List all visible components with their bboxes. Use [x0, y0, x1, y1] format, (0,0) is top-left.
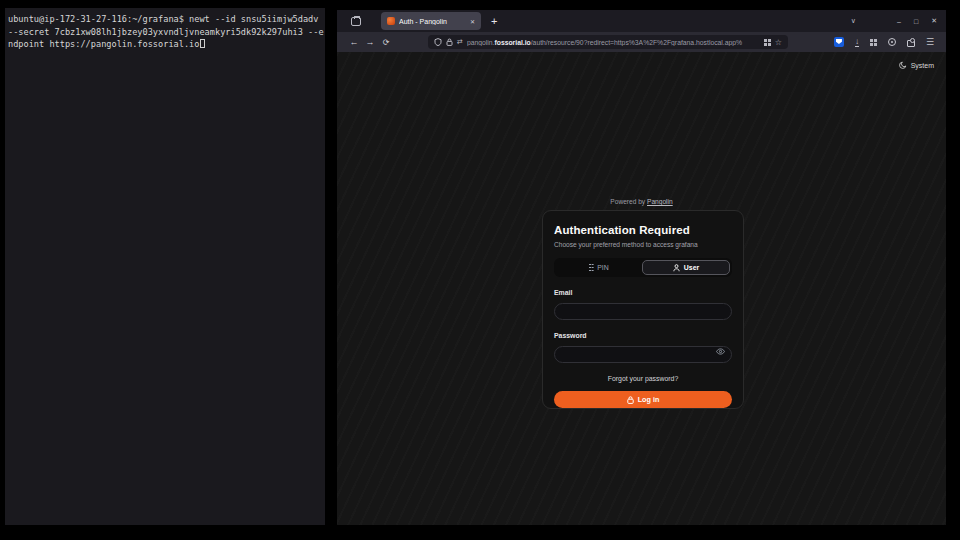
downloads-icon[interactable]: ↓ [855, 38, 859, 47]
powered-by: Powered by Pangolin [337, 198, 946, 205]
auth-card: Authentication Required Choose your pref… [542, 210, 744, 409]
extensions-puzzle-icon[interactable] [907, 40, 915, 47]
auth-page: System Powered by Pangolin Authenticatio… [337, 52, 946, 525]
tab-user[interactable]: User [642, 260, 730, 275]
login-button[interactable]: Log in [554, 391, 732, 408]
moon-icon [899, 61, 907, 69]
lock-icon [627, 396, 634, 404]
forgot-password-link[interactable]: Forgot your password? [554, 375, 732, 382]
lock-icon[interactable] [446, 38, 453, 46]
url-text: pangolin.fossorial.io/auth/resource/90?r… [467, 39, 760, 46]
powered-by-text: Powered by [610, 198, 645, 205]
tab-title: Auth - Pangolin [399, 18, 462, 25]
tab-pin[interactable]: PIN [556, 260, 642, 275]
tab-user-label: User [684, 264, 699, 271]
minimize-button[interactable]: – [897, 18, 901, 25]
theme-label: System [911, 62, 934, 69]
terminal-line: ubuntu@ip-172-31-27-116:~/grafana$ newt … [8, 13, 322, 26]
account-circle-icon[interactable] [888, 38, 896, 46]
card-title: Authentication Required [554, 224, 732, 236]
close-button[interactable]: ✕ [931, 17, 937, 25]
reload-button[interactable]: ⟳ [378, 38, 394, 47]
browser-toolbar: ← → ⟳ ⇄ pangolin.fossorial.io/auth/resou… [337, 32, 946, 52]
url-path: /auth/resource/90?redirect=https%3A%2F%2… [531, 39, 742, 46]
url-host: fossorial.io [494, 39, 530, 46]
list-tabs-chevron-icon[interactable]: ∨ [851, 17, 856, 25]
menu-icon[interactable]: ☰ [926, 37, 934, 47]
theme-selector[interactable]: System [899, 61, 934, 69]
pangolin-link[interactable]: Pangolin [647, 198, 673, 205]
login-label: Log in [638, 395, 660, 404]
password-field[interactable] [554, 346, 732, 363]
terminal-line: --secret 7cbz1xw08lh1jbzey03yxvndljvneam… [8, 26, 322, 39]
apps-grid-icon[interactable] [870, 39, 877, 46]
terminal-cursor [200, 39, 205, 48]
email-field[interactable] [554, 303, 732, 320]
tab-auth-pangolin[interactable]: Auth - Pangolin ✕ [381, 12, 481, 30]
email-label: Email [554, 289, 732, 296]
password-label: Password [554, 332, 732, 339]
firefox-view-icon[interactable] [351, 17, 361, 26]
blue-extension-shield-icon[interactable] [834, 37, 844, 47]
tab-close-icon[interactable]: ✕ [470, 18, 475, 25]
browser-window: Auth - Pangolin ✕ + ∨ – □ ✕ ← → ⟳ ⇄ pang… [337, 10, 946, 525]
user-icon [673, 264, 680, 272]
tracking-shield-icon[interactable] [434, 38, 442, 46]
terminal-window[interactable]: ubuntu@ip-172-31-27-116:~/grafana$ newt … [5, 8, 325, 525]
new-tab-button[interactable]: + [491, 16, 497, 26]
window-controls: ∨ – □ ✕ [851, 17, 946, 25]
card-subtitle: Choose your preferred method to access g… [554, 241, 732, 248]
back-button[interactable]: ← [346, 37, 362, 47]
shortcuts-grid-icon[interactable] [764, 39, 771, 46]
pin-dialpad-icon [589, 264, 593, 272]
swap-arrows-icon[interactable]: ⇄ [457, 38, 463, 46]
pangolin-favicon-icon [387, 17, 395, 25]
url-subdomain: pangolin. [467, 39, 495, 46]
maximize-button[interactable]: □ [914, 18, 918, 25]
toolbar-extensions: ↓ ☰ [834, 37, 937, 47]
terminal-line: ndpoint https://pangolin.fossorial.io [8, 38, 322, 51]
forward-button[interactable]: → [362, 37, 378, 47]
bookmark-star-icon[interactable]: ☆ [775, 38, 782, 47]
tab-strip: Auth - Pangolin ✕ + ∨ – □ ✕ [337, 10, 946, 32]
url-bar[interactable]: ⇄ pangolin.fossorial.io/auth/resource/90… [428, 35, 788, 49]
show-password-eye-icon[interactable] [716, 348, 725, 355]
terminal-line-text: ndpoint https://pangolin.fossorial.io [8, 39, 199, 49]
auth-method-tabs: PIN User [554, 258, 732, 277]
tab-pin-label: PIN [597, 264, 609, 271]
